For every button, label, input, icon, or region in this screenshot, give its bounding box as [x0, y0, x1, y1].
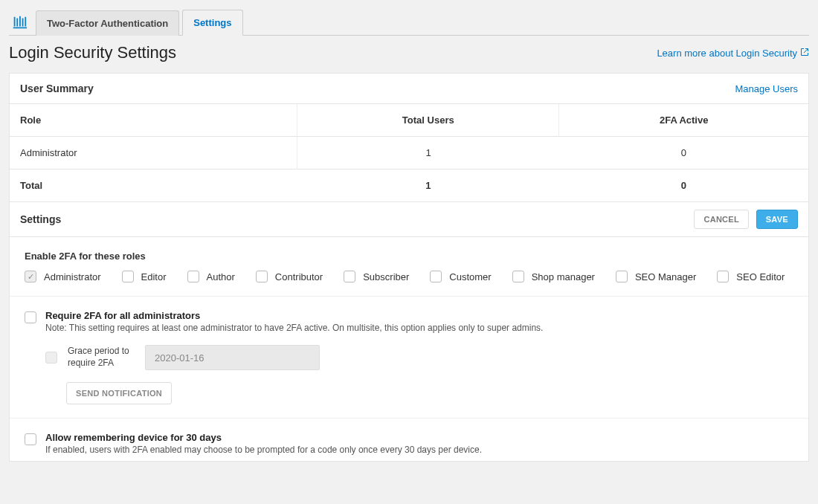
user-summary-title: User Summary — [20, 83, 94, 94]
tab-bar: Two-Factor Authentication Settings — [9, 9, 809, 36]
learn-more-label: Learn more about Login Security — [657, 48, 797, 59]
checkbox-icon — [122, 271, 134, 282]
manage-users-link[interactable]: Manage Users — [735, 83, 798, 94]
require-2fa-note: Note: This setting requires at least one… — [45, 323, 543, 333]
external-link-icon — [800, 48, 809, 59]
settings-title: Settings — [20, 213, 61, 225]
checkbox-icon — [25, 271, 36, 282]
cell-active: 0 — [559, 137, 808, 169]
role-checkbox-subscriber[interactable]: Subscriber — [344, 271, 409, 282]
role-label: SEO Manager — [635, 271, 696, 282]
checkbox-icon — [187, 271, 199, 282]
footer-active: 0 — [559, 169, 808, 202]
cell-role: Administrator — [10, 137, 297, 169]
role-label: SEO Editor — [736, 271, 785, 282]
checkbox-icon — [512, 271, 524, 282]
role-label: Editor — [141, 271, 167, 282]
app-logo-icon — [9, 12, 30, 33]
checkbox-icon — [616, 271, 628, 282]
role-checkbox-editor[interactable]: Editor — [122, 271, 167, 282]
section-require-2fa-admins: Require 2FA for all administrators Note:… — [10, 297, 808, 419]
role-label: Shop manager — [532, 271, 595, 282]
page-title: Login Security Settings — [9, 43, 176, 62]
footer-total: 1 — [297, 169, 559, 202]
section-remember-device: Allow remembering device for 30 days If … — [10, 419, 808, 461]
require-2fa-checkbox[interactable] — [25, 311, 36, 323]
user-summary-table: Role Total Users 2FA Active Administrato… — [10, 104, 808, 201]
grace-period-checkbox[interactable] — [45, 352, 57, 364]
role-label: Subscriber — [363, 271, 409, 282]
tab-two-factor-authentication[interactable]: Two-Factor Authentication — [36, 10, 179, 36]
section-enable-2fa-roles: Enable 2FA for these roles Administrator… — [10, 237, 808, 297]
remember-device-checkbox[interactable] — [25, 433, 36, 445]
cell-total: 1 — [297, 137, 559, 169]
checkbox-icon — [717, 271, 729, 282]
role-checkbox-shop-manager[interactable]: Shop manager — [512, 271, 595, 282]
footer-role: Total — [10, 169, 297, 202]
checkbox-icon — [430, 271, 442, 282]
learn-more-link[interactable]: Learn more about Login Security — [657, 48, 809, 59]
tab-settings[interactable]: Settings — [182, 10, 242, 36]
role-checkbox-contributor[interactable]: Contributor — [256, 271, 323, 282]
role-checkbox-seo-manager[interactable]: SEO Manager — [616, 271, 696, 282]
grace-period-label: Grace period to require 2FA — [68, 346, 135, 369]
col-total-users: Total Users — [297, 104, 559, 137]
send-notification-button[interactable]: SEND NOTIFICATION — [66, 382, 172, 404]
col-2fa-active: 2FA Active — [559, 104, 808, 137]
enable-2fa-roles-title: Enable 2FA for these roles — [25, 251, 793, 262]
role-label: Contributor — [275, 271, 323, 282]
table-row: Administrator 1 0 — [10, 137, 808, 169]
cancel-button[interactable]: CANCEL — [694, 210, 749, 229]
table-footer-row: Total 1 0 — [10, 169, 808, 202]
remember-device-note: If enabled, users with 2FA enabled may c… — [45, 445, 482, 455]
remember-device-title: Allow remembering device for 30 days — [45, 432, 482, 443]
user-summary-panel: User Summary Manage Users Role Total Use… — [9, 73, 809, 462]
role-label: Customer — [449, 271, 491, 282]
checkbox-icon — [344, 271, 355, 282]
checkbox-icon — [256, 271, 268, 282]
require-2fa-title: Require 2FA for all administrators — [45, 310, 543, 321]
grace-period-input[interactable] — [145, 345, 320, 370]
role-checkbox-administrator[interactable]: Administrator — [25, 271, 101, 282]
role-label: Administrator — [44, 271, 101, 282]
role-checkbox-seo-editor[interactable]: SEO Editor — [717, 271, 785, 282]
role-checkbox-author[interactable]: Author — [187, 271, 235, 282]
role-label: Author — [207, 271, 235, 282]
role-checkbox-customer[interactable]: Customer — [430, 271, 491, 282]
col-role: Role — [10, 104, 297, 137]
save-button[interactable]: SAVE — [756, 210, 798, 229]
